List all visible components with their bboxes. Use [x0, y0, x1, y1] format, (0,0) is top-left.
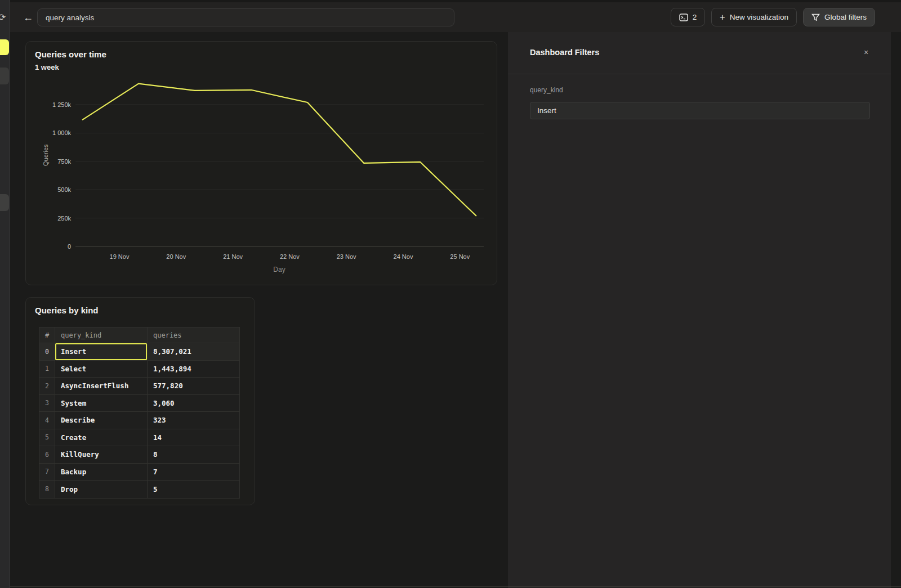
table-row: 8Drop5: [39, 481, 239, 498]
y-tick-label: 1 250k: [36, 101, 71, 108]
bottom-divider: [10, 586, 901, 587]
table-row: 0Insert8,307,021: [39, 343, 239, 361]
table-title: Queries by kind: [35, 306, 99, 315]
filters-panel-divider: [508, 74, 891, 74]
table-row: 7Backup7: [39, 464, 239, 481]
sidebar-item[interactable]: [0, 194, 9, 211]
x-tick-label: 20 Nov: [157, 253, 196, 260]
queries-line-chart[interactable]: [75, 79, 484, 248]
table-header-cell: #: [39, 327, 55, 343]
sidebar-item-active[interactable]: [0, 39, 9, 55]
y-tick-label: 250k: [36, 215, 71, 222]
row-index-cell: 4: [39, 412, 55, 429]
chart-card-queries-over-time: Queries over time 1 week Queries 0250k50…: [25, 41, 497, 285]
history-refresh-icon[interactable]: ⟳: [0, 12, 6, 23]
table-card-queries-by-kind: Queries by kind #query_kindqueries0Inser…: [25, 297, 255, 505]
app-root: ⟳ ← 2: [0, 0, 901, 588]
dashboard-canvas: Queries over time 1 week Queries 0250k50…: [10, 32, 508, 588]
x-tick-label: 21 Nov: [213, 253, 253, 260]
query-kind-cell[interactable]: AsyncInsertFlush: [55, 378, 148, 395]
x-tick-label: 19 Nov: [100, 253, 139, 260]
plus-icon: +: [720, 12, 725, 23]
queries-count-cell[interactable]: 8,307,021: [148, 343, 239, 361]
query-kind-filter-input[interactable]: [530, 102, 870, 119]
close-icon[interactable]: ×: [860, 47, 872, 58]
query-kind-cell[interactable]: Drop: [55, 481, 148, 498]
row-index-cell: 2: [39, 378, 55, 395]
table-row: 6KillQuery8: [39, 446, 239, 464]
row-index-cell: 0: [39, 343, 55, 361]
table-row: 5Create14: [39, 429, 239, 447]
query-kind-cell[interactable]: KillQuery: [55, 446, 148, 464]
queries-by-kind-table: #query_kindqueries0Insert8,307,0211Selec…: [39, 327, 240, 499]
x-tick-label: 25 Nov: [440, 253, 480, 260]
console-count-button[interactable]: 2: [671, 8, 706, 26]
table-row: 3System3,060: [39, 395, 239, 412]
x-axis-label: Day: [260, 266, 299, 273]
table-row: 4Describe323: [39, 412, 239, 429]
queries-count-cell[interactable]: 1,443,894: [148, 361, 239, 378]
query-kind-cell[interactable]: Backup: [55, 464, 148, 481]
queries-count-cell[interactable]: 323: [148, 412, 239, 429]
table-header-row: #query_kindqueries: [39, 327, 239, 343]
queries-count-cell[interactable]: 8: [148, 446, 239, 464]
table-header-cell: queries: [148, 327, 239, 343]
filter-field-label: query_kind: [530, 86, 563, 94]
y-tick-label: 0: [36, 243, 71, 250]
row-index-cell: 3: [39, 395, 55, 412]
topbar: ← 2 + New visualization: [10, 2, 901, 32]
row-index-cell: 5: [39, 429, 55, 447]
new-visualization-label: New visualization: [730, 13, 788, 21]
row-index-cell: 8: [39, 481, 55, 498]
y-tick-label: 500k: [36, 186, 71, 193]
table-row: 2AsyncInsertFlush577,820: [39, 378, 239, 395]
queries-count-cell[interactable]: 7: [148, 464, 239, 481]
query-kind-cell[interactable]: Create: [55, 429, 148, 447]
global-filters-label: Global filters: [824, 13, 867, 21]
row-index-cell: 1: [39, 361, 55, 378]
table-header-cell: query_kind: [55, 327, 148, 343]
table-row: 1Select1,443,894: [39, 361, 239, 378]
queries-count-cell[interactable]: 577,820: [148, 378, 239, 395]
query-kind-cell[interactable]: Insert: [55, 343, 148, 361]
topbar-actions: 2 + New visualization Global filters: [671, 8, 875, 26]
global-filters-button[interactable]: Global filters: [803, 8, 875, 26]
left-sidebar: ⟳: [0, 0, 10, 588]
chart-plot-area: Queries 0250k500k750k1 000k1 250k 19 Nov…: [26, 42, 497, 285]
x-tick-label: 23 Nov: [327, 253, 366, 260]
sidebar-item[interactable]: [0, 68, 9, 84]
console-count-label: 2: [693, 13, 697, 21]
query-kind-cell[interactable]: Describe: [55, 412, 148, 429]
queries-count-cell[interactable]: 5: [148, 481, 239, 498]
console-icon: [679, 14, 688, 21]
row-index-cell: 7: [39, 464, 55, 481]
row-index-cell: 6: [39, 446, 55, 464]
y-tick-label: 1 000k: [36, 129, 71, 136]
dashboard-title-input[interactable]: [37, 8, 454, 26]
queries-line-series: [82, 84, 476, 216]
dashboard-filters-panel: Dashboard Filters × query_kind: [508, 32, 891, 588]
filter-funnel-icon: [811, 14, 820, 21]
filters-panel-title: Dashboard Filters: [530, 48, 599, 57]
query-kind-cell[interactable]: System: [55, 395, 148, 412]
new-visualization-button[interactable]: + New visualization: [711, 8, 797, 26]
back-button[interactable]: ←: [21, 11, 35, 24]
query-kind-cell[interactable]: Select: [55, 361, 148, 378]
x-tick-label: 22 Nov: [270, 253, 309, 260]
y-tick-label: 750k: [36, 158, 71, 165]
x-tick-label: 24 Nov: [383, 253, 423, 260]
queries-count-cell[interactable]: 3,060: [148, 395, 239, 412]
queries-count-cell[interactable]: 14: [148, 429, 239, 447]
